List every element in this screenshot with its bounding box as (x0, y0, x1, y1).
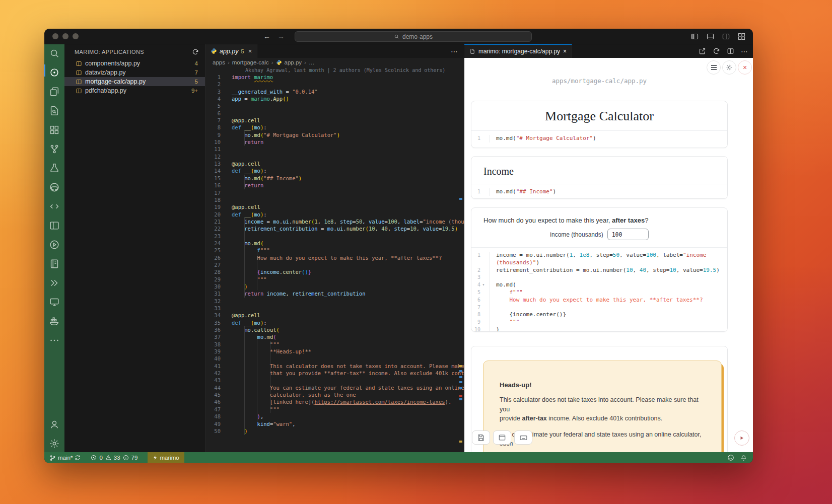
code-line: 33 (205, 305, 464, 312)
forward-button[interactable]: → (278, 32, 285, 40)
file-search-icon[interactable] (49, 105, 60, 116)
sidebar-item-mortgage-calc[interactable]: mortgage-calc/app.py5 (64, 77, 205, 86)
line-number: 33 (205, 305, 225, 312)
code-line-content: kind="warn", (225, 420, 295, 427)
code-link[interactable]: https://smartasset.com/taxes/income-taxe… (314, 399, 445, 405)
breadcrumb-item[interactable]: apps (213, 59, 225, 65)
line-number: 24 (205, 240, 225, 247)
code-line-content (225, 153, 232, 160)
cell-code[interactable]: 1mo.md("# Mortgage Calculator") (471, 131, 727, 146)
docker-icon[interactable] (49, 316, 60, 327)
sidebar-item-pdfchat[interactable]: pdfchat/app.py9+ (64, 86, 205, 95)
code-line-content: @app.cell (225, 117, 260, 124)
minimize-window-button[interactable] (62, 33, 68, 39)
settings-gear-icon[interactable] (49, 438, 60, 449)
open-app-button[interactable] (493, 430, 511, 445)
extensions-icon[interactable] (49, 124, 60, 135)
shutdown-button[interactable]: × (738, 60, 752, 75)
close-window-button[interactable] (52, 33, 58, 39)
line-number: 41 (205, 363, 225, 370)
split-editor-icon[interactable] (727, 47, 734, 55)
marimo-icon[interactable] (49, 67, 60, 78)
line-number: 10 (471, 326, 487, 332)
customize-layout-icon[interactable] (737, 32, 746, 41)
play-circle-icon[interactable] (49, 239, 60, 250)
save-button[interactable] (472, 430, 490, 445)
editor-actions-more-icon[interactable]: ⋯ (451, 44, 458, 58)
indent-guide (257, 247, 257, 290)
layout-sidebar-icon[interactable] (49, 220, 60, 231)
tab-marimo-preview[interactable]: marimo: mortgage-calc/app.py × (464, 44, 572, 58)
cell-code[interactable]: 1income = mo.ui.number(1, 1e8, step=50, … (471, 248, 727, 332)
code-brackets-icon[interactable] (49, 201, 60, 212)
more-icon[interactable] (49, 335, 60, 346)
back-button[interactable]: ← (263, 32, 270, 40)
cell-count-badge: 4 (195, 60, 198, 66)
menu-button[interactable] (707, 60, 721, 75)
account-icon[interactable] (49, 419, 60, 430)
line-number: 34 (205, 312, 225, 319)
code-line-content: ) (490, 326, 500, 332)
code-line-content (225, 377, 232, 384)
line-number: 28 (205, 268, 225, 275)
more-actions-icon[interactable]: ⋯ (741, 47, 748, 55)
fold-chevron-icon[interactable]: ▾ (480, 281, 487, 289)
code-line: 4▾mo.md( (471, 281, 727, 289)
open-external-icon[interactable] (699, 47, 706, 55)
cell-count-badge: 5 (195, 79, 198, 85)
line-number: 37 (205, 333, 225, 340)
line-number: 4▾ (471, 281, 487, 289)
search-icon[interactable] (49, 48, 60, 59)
feedback-smiley-icon[interactable] (727, 454, 734, 461)
tab-label: marimo: mortgage-calc/app.py (478, 48, 560, 55)
toggle-secondary-sidebar-icon[interactable] (722, 32, 730, 41)
overview-ruler-mark (459, 398, 462, 400)
notifications-bell-icon[interactable] (740, 455, 747, 461)
github-icon[interactable] (49, 182, 60, 193)
devices-icon[interactable] (49, 297, 60, 308)
breadcrumb-item[interactable]: app.py (285, 59, 302, 65)
sidebar-item-dataviz[interactable]: dataviz/app.py7 (64, 68, 205, 77)
keyboard-shortcuts-button[interactable] (514, 430, 532, 445)
toggle-panel-icon[interactable] (706, 32, 715, 41)
close-tab-icon[interactable]: × (248, 47, 252, 55)
notebook-icon[interactable] (49, 258, 60, 269)
run-all-icon[interactable] (49, 277, 60, 289)
marimo-status-item[interactable]: marimo (148, 452, 184, 463)
breadcrumb[interactable]: apps›mortgage-calc›app.py›… (205, 58, 464, 67)
problems-status[interactable]: 0 33 79 (91, 455, 137, 461)
copy-pages-icon[interactable] (49, 86, 60, 97)
zoom-window-button[interactable] (73, 33, 79, 39)
code-line: 8def __(mo): (205, 124, 464, 131)
lightning-icon (153, 455, 158, 461)
income-input[interactable] (607, 229, 649, 240)
sidebar-item-components[interactable]: components/app.py4 (64, 59, 205, 68)
line-number: 50 (205, 427, 225, 435)
indent-guide (244, 326, 245, 435)
play-icon (739, 435, 745, 441)
refresh-icon[interactable] (713, 47, 720, 55)
code-line-content (225, 110, 232, 117)
cell-code[interactable]: 1mo.md("## Income") (471, 184, 727, 199)
indent-guide (270, 341, 270, 413)
run-button[interactable] (734, 430, 749, 446)
line-number: 32 (205, 298, 225, 305)
code-line: 32 (205, 298, 464, 305)
refresh-icon[interactable] (192, 48, 199, 55)
toggle-sidebar-icon[interactable] (690, 32, 699, 41)
beaker-icon[interactable] (49, 163, 60, 174)
git-fork-icon[interactable] (49, 143, 60, 155)
sync-icon[interactable] (75, 455, 81, 461)
code-line: 9 """ (471, 319, 727, 326)
code-line: 12 (205, 153, 464, 160)
breadcrumb-item[interactable]: mortgage-calc (232, 59, 269, 65)
breadcrumb-item[interactable]: … (309, 59, 315, 65)
command-center-search[interactable]: demo-apps (295, 31, 532, 42)
code-line: 14def __(mo): (205, 167, 464, 174)
git-branch-status[interactable]: main* (49, 455, 81, 461)
code-line-content (490, 304, 500, 312)
settings-button[interactable] (722, 60, 736, 75)
code-editor[interactable]: Akshay Agrawal, last month | 2 authors (… (205, 67, 464, 452)
close-tab-icon[interactable]: × (563, 48, 567, 55)
tab-app-py[interactable]: app.py 5 × (205, 44, 257, 58)
